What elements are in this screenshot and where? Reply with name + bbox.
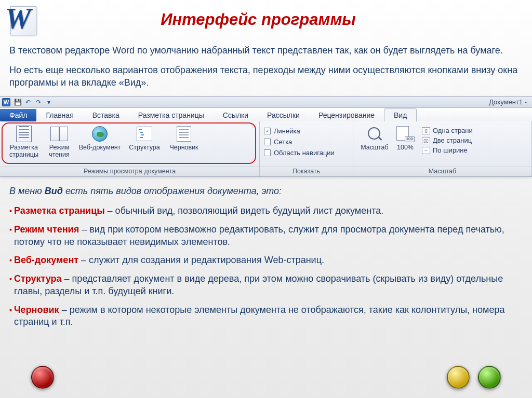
word-ribbon: W 💾 ↶ ↷ ▾ Документ1 - Файл Главная Встав… — [0, 96, 532, 177]
page-width-icon: ↔ — [422, 147, 430, 154]
nav-next-button[interactable] — [478, 366, 501, 389]
page-width-button[interactable]: ↔ По ширине — [422, 146, 473, 154]
unchecked-icon — [264, 139, 271, 145]
nav-prev-button[interactable] — [31, 366, 54, 389]
qat-dropdown-icon[interactable]: ▾ — [44, 98, 54, 107]
page-layout-icon — [16, 126, 32, 142]
web-icon — [92, 126, 108, 142]
tab-home[interactable]: Главная — [36, 109, 83, 121]
zoom-label: Масштаб — [361, 144, 388, 152]
show-group-label: Показать — [260, 166, 353, 176]
zoom-100-button[interactable]: 100% — [392, 123, 419, 153]
checkbox-nav-pane[interactable]: Область навигации — [264, 149, 335, 157]
view-web-button[interactable]: Веб-документ — [75, 123, 125, 153]
two-pages-button[interactable]: ▯▯ Две страниц — [422, 136, 473, 144]
list-item: ▪Структура – представляет документ в вид… — [9, 273, 523, 298]
tab-insert[interactable]: Вставка — [83, 109, 129, 121]
tab-view[interactable]: Вид — [384, 108, 417, 121]
view-draft-label: Черновик — [169, 144, 198, 152]
view-reading-button[interactable]: Режим чтения — [44, 123, 75, 160]
hundred-icon — [396, 126, 414, 142]
outline-icon — [137, 127, 152, 141]
one-page-icon: ▯ — [422, 127, 430, 134]
list-item: ▪Режим чтения – вид при котором невозмож… — [9, 224, 523, 249]
zoom-button[interactable]: Масштаб — [357, 123, 392, 153]
tab-mailings[interactable]: Рассылки — [258, 109, 309, 121]
slide-title: Интерфейс программы — [55, 10, 524, 29]
tab-file[interactable]: Файл — [0, 109, 36, 121]
word-mini-icon: W — [2, 98, 10, 106]
view-page-layout-label: Разметка страницы — [5, 144, 43, 159]
list-item: ▪Веб-документ – служит для создания и ре… — [9, 254, 523, 267]
checkbox-grid[interactable]: Сетка — [264, 138, 292, 146]
unchecked-icon — [264, 149, 271, 156]
view-web-label: Веб-документ — [79, 144, 121, 152]
modes-list: ▪Разметка страницы – обычный вид, позвол… — [9, 205, 523, 328]
list-item: ▪Разметка страницы – обычный вид, позвол… — [9, 205, 523, 217]
redo-icon[interactable]: ↷ — [34, 98, 43, 107]
intro-paragraph-1: В текстовом редакторе Word по умолчанию … — [9, 45, 523, 57]
checkbox-ruler[interactable]: ✓ Линейка — [264, 127, 300, 135]
draft-icon — [177, 126, 191, 142]
save-icon[interactable]: 💾 — [13, 98, 22, 107]
undo-icon[interactable]: ↶ — [23, 98, 33, 107]
list-item: ▪Черновик – режим в котором некоторые эл… — [9, 304, 523, 329]
tab-page-layout[interactable]: Разметка страницы — [129, 109, 214, 121]
zoom-group-label: Масштаб — [353, 166, 531, 176]
one-page-button[interactable]: ▯ Одна страни — [422, 127, 473, 134]
view-page-layout-button[interactable]: Разметка страницы — [4, 123, 44, 160]
zoom-100-label: 100% — [397, 144, 414, 152]
ruler-label: Линейка — [274, 127, 300, 135]
view-reading-label: Режим чтения — [45, 144, 74, 159]
two-pages-icon: ▯▯ — [422, 137, 430, 144]
check-icon: ✓ — [264, 128, 271, 134]
document-title: Документ1 - — [54, 98, 532, 106]
word-logo-icon: W — [3, 3, 39, 36]
modes-intro-line: В меню Вид есть пять видов отображения д… — [9, 185, 523, 198]
view-draft-button[interactable]: Черновик — [164, 123, 204, 153]
grid-label: Сетка — [274, 138, 292, 146]
nav-pane-label: Область навигации — [274, 149, 335, 157]
page-width-label: По ширине — [433, 146, 468, 154]
tab-review[interactable]: Рецензирование — [309, 109, 384, 121]
nav-home-button[interactable] — [447, 366, 470, 389]
intro-paragraph-2: Но есть еще несколько вариантов отображе… — [9, 64, 523, 89]
view-modes-group-label: Режимы просмотра документа — [0, 166, 259, 176]
reading-icon — [50, 127, 68, 141]
zoom-icon — [367, 126, 382, 142]
view-outline-button[interactable]: Структура — [125, 123, 164, 153]
two-pages-label: Две страниц — [433, 136, 472, 144]
tab-references[interactable]: Ссылки — [214, 109, 258, 121]
one-page-label: Одна страни — [433, 127, 473, 134]
view-outline-label: Структура — [129, 144, 159, 152]
